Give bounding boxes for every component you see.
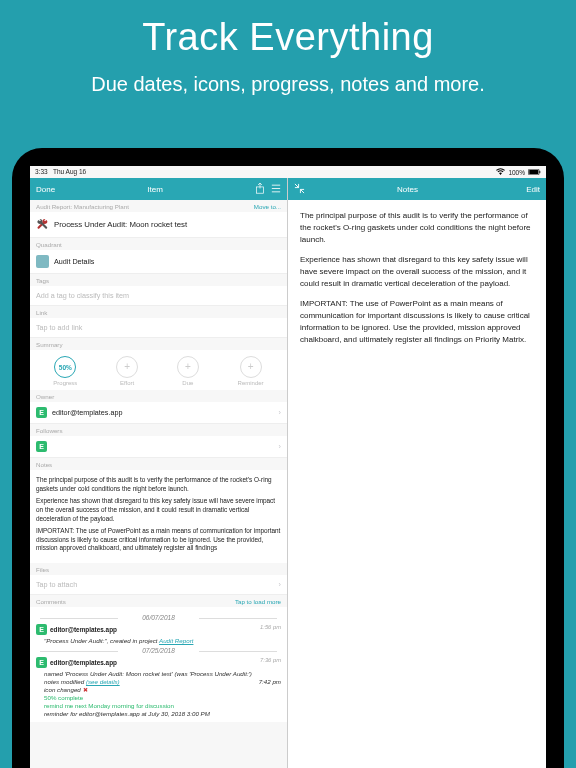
notes-preview-p1: The principal purpose of this audit is t… [36,476,281,493]
item-nav-title: Item [55,185,255,194]
notes-panel: Notes Edit The principal purpose of this… [288,178,546,768]
wifi-icon [496,168,505,176]
comment-line-icon-changed: icon changed ✖ [44,686,281,693]
status-time: 3:33 [35,168,48,175]
comment-avatar-icon: E [36,624,47,635]
item-title: Process Under Audit: Moon rocket test [54,220,187,229]
move-to-link[interactable]: Move to... [254,203,281,210]
comment-line-reminder-set: reminder for editor@templates.app at Jul… [44,710,281,717]
svg-rect-2 [539,170,540,172]
promo-banner: Track Everything Due dates, icons, progr… [0,0,576,96]
date-divider: 06/07/2018 [36,614,281,621]
tags-placeholder: Add a tag to classify this item [36,291,129,300]
close-icon[interactable]: ✖ [83,686,88,693]
notes-p1: The principal purpose of this audit is t… [300,210,534,246]
item-scroll[interactable]: Audit Report: Manufacturing Plant Move t… [30,200,287,768]
item-title-row[interactable]: Process Under Audit: Moon rocket test [30,212,287,238]
notes-preview-p2: Experience has shown that disregard to t… [36,497,281,523]
tablet-frame: 3:33 Thu Aug 16 100% Done Item [12,148,564,768]
chevron-right-icon: › [279,442,281,451]
quadrant-label: Quadrant [30,238,287,250]
item-panel: Done Item Audit Report: Manufacturing Pl… [30,178,288,768]
tags-input-row[interactable]: Add a tag to classify this item [30,286,287,306]
reminder-label: Reminder [238,380,264,386]
files-label: Files [30,563,287,575]
comments-feed: 06/07/2018 Eeditor@templates.app 1:56 pm… [30,607,287,722]
comment-time: 7:42 pm [259,678,281,685]
notes-preview[interactable]: The principal purpose of this audit is t… [30,470,287,563]
notes-p3: IMPORTANT: The use of PowerPoint as a ma… [300,298,534,346]
link-input-row[interactable]: Tap to add link [30,318,287,338]
comment-line-rename: named 'Process Under Audit: Moon rocket … [44,670,281,677]
status-bar: 3:33 Thu Aug 16 100% [30,166,546,178]
share-icon[interactable] [255,183,265,196]
comments-label: Comments [36,598,66,605]
quadrant-row[interactable]: Audit Details [30,250,287,274]
chevron-right-icon: › [279,408,281,417]
notes-p2: Experience has shown that disregard to t… [300,254,534,290]
wrench-icon [36,218,49,231]
promo-subtitle: Due dates, icons, progress, notes and mo… [0,73,576,96]
owner-value: editor@templates.app [52,408,122,417]
comment-line-progress: 50% complete [44,694,281,701]
owner-label: Owner [30,390,287,402]
screen: 3:33 Thu Aug 16 100% Done Item [30,166,546,768]
battery-icon [528,169,541,176]
progress-label: Progress [53,380,77,386]
comment-author: editor@templates.app [50,626,117,633]
due-circle[interactable]: + Due [177,356,199,386]
files-placeholder: Tap to attach [36,580,77,589]
comment-line-notes-modified: notes modified (see details) 7:42 pm [44,678,281,685]
link-placeholder: Tap to add link [36,323,82,332]
comment-avatar-icon: E [36,657,47,668]
notes-preview-p3: IMPORTANT: The use of PowerPoint as a ma… [36,527,281,553]
report-header-row: Audit Report: Manufacturing Plant Move t… [30,200,287,212]
files-row[interactable]: Tap to attach › [30,575,287,595]
link-label: Link [30,306,287,318]
effort-circle[interactable]: + Effort [116,356,138,386]
comment-time: 7:36 pm [260,657,281,668]
comment-time: 1:56 pm [260,624,281,635]
done-button[interactable]: Done [36,185,55,194]
owner-avatar-icon: E [36,407,47,418]
tags-label: Tags [30,274,287,286]
promo-title: Track Everything [0,16,576,59]
date-divider: 07/25/2018 [36,647,281,654]
chevron-right-icon: › [279,580,281,589]
follower-avatar-icon: E [36,441,47,452]
effort-label: Effort [120,380,134,386]
progress-value: 50% [59,364,72,371]
progress-circle[interactable]: 50% Progress [53,356,77,386]
comment-author: editor@templates.app [50,659,117,666]
menu-icon[interactable] [271,184,281,195]
reminder-circle[interactable]: + Reminder [238,356,264,386]
svg-rect-1 [529,169,538,174]
item-navbar: Done Item [30,178,287,200]
comments-header-row: Comments Tap to load more [30,595,287,607]
load-more-link[interactable]: Tap to load more [235,598,281,605]
status-date: Thu Aug 16 [53,168,86,175]
quadrant-value: Audit Details [54,257,94,266]
notes-editor[interactable]: The principal purpose of this audit is t… [288,200,546,364]
comment-line-reminder-text: remind me next Monday morning for discus… [44,702,281,709]
followers-label: Followers [30,424,287,436]
followers-row[interactable]: E › [30,436,287,458]
project-link[interactable]: Audit Report [159,637,193,644]
notes-label: Notes [30,458,287,470]
summary-label: Summary [30,338,287,350]
owner-row[interactable]: E editor@templates.app › [30,402,287,424]
edit-button[interactable]: Edit [510,185,540,194]
comment-body: "Process Under Audit:", created in proje… [44,637,281,644]
quadrant-color-icon [36,255,49,268]
summary-circles: 50% Progress + Effort + Due + [30,350,287,390]
battery-pct: 100% [508,169,525,176]
see-details-link[interactable]: (see details) [86,678,120,685]
collapse-icon[interactable] [294,183,305,196]
due-label: Due [182,380,193,386]
notes-nav-title: Notes [305,185,510,194]
report-name: Audit Report: Manufacturing Plant [36,203,129,210]
notes-navbar: Notes Edit [288,178,546,200]
